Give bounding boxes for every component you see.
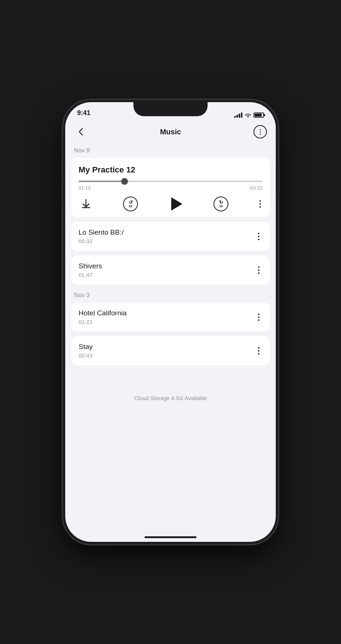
progress-times: 01:12 -03:22 (79, 185, 262, 191)
progress-bar[interactable] (79, 181, 262, 182)
wifi-icon (245, 113, 251, 118)
progress-container[interactable]: 01:12 -03:22 (79, 181, 262, 191)
more-button[interactable] (254, 125, 267, 138)
phone-frame: 9:41 (63, 100, 278, 544)
track-row-lo-siento[interactable]: Lo Siento BB:/ 00:32 (71, 222, 270, 251)
play-icon (171, 197, 182, 211)
track-info-shivers: Shivers 01:47 (79, 262, 255, 278)
track-duration-shivers: 01:47 (79, 272, 255, 278)
mute-switch[interactable] (61, 137, 63, 151)
track-menu-stay[interactable] (255, 344, 262, 358)
main-scroll[interactable]: Music Nov 9 My Practice 12 (65, 121, 276, 542)
notch (133, 102, 208, 116)
back-button[interactable] (74, 125, 87, 138)
storage-info: Cloud Storage 4.5G Available (65, 388, 276, 407)
track-row-hotel-california[interactable]: Hotel California 01:21 (71, 302, 270, 332)
skip-back-button[interactable]: ↺ 10 (123, 197, 138, 211)
track-duration-stay: 00:43 (79, 352, 255, 359)
track-info-hotel-california: Hotel California 01:21 (79, 309, 255, 325)
track-duration-lo-siento: 00:32 (79, 238, 255, 244)
skip-forward-button[interactable]: ↻ 10 (213, 197, 228, 211)
track-menu-hotel-california[interactable] (255, 311, 262, 324)
status-time: 9:41 (77, 109, 90, 118)
current-time: 01:12 (79, 185, 91, 191)
active-track-card: My Practice 12 01:12 -03:22 (71, 158, 270, 217)
active-track-title: My Practice 12 (79, 165, 262, 175)
skip-forward-label: 10 (219, 205, 223, 208)
section-date-nov3: Nov 3 (65, 289, 276, 302)
power-button[interactable] (278, 163, 280, 192)
battery-icon (254, 113, 264, 118)
more-icon (260, 129, 261, 135)
home-indicator[interactable] (145, 536, 196, 538)
track-title-shivers: Shivers (79, 262, 255, 270)
track-title-lo-siento: Lo Siento BB:/ (79, 228, 255, 237)
player-controls: ↺ 10 ↻ 10 (79, 197, 262, 211)
page-title: Music (160, 128, 181, 136)
section-date-nov9: Nov 9 (65, 144, 276, 158)
volume-up-button[interactable] (61, 159, 63, 178)
track-more-button[interactable] (259, 200, 261, 208)
track-info-lo-siento: Lo Siento BB:/ 00:32 (79, 228, 255, 244)
status-icons (234, 113, 264, 118)
track-menu-lo-siento[interactable] (255, 230, 262, 243)
track-more-icon (259, 200, 261, 208)
phone-screen: 9:41 (65, 102, 276, 542)
track-row-stay[interactable]: Stay 00:43 (71, 336, 270, 365)
volume-down-button[interactable] (61, 183, 63, 202)
remaining-time: -03:22 (249, 185, 262, 191)
track-title-hotel-california: Hotel California (79, 309, 255, 317)
track-duration-hotel-california: 01:21 (79, 319, 255, 325)
progress-thumb[interactable] (121, 178, 128, 185)
progress-fill (79, 181, 125, 182)
skip-back-label: 10 (129, 205, 132, 208)
play-button[interactable] (169, 197, 182, 211)
track-row-shivers[interactable]: Shivers 01:47 (71, 255, 270, 285)
track-menu-shivers[interactable] (255, 264, 262, 277)
nav-header: Music (65, 121, 276, 144)
download-button[interactable] (80, 198, 92, 210)
track-info-stay: Stay 00:43 (79, 343, 255, 359)
signal-icon (234, 113, 242, 118)
track-title-stay: Stay (79, 343, 255, 351)
